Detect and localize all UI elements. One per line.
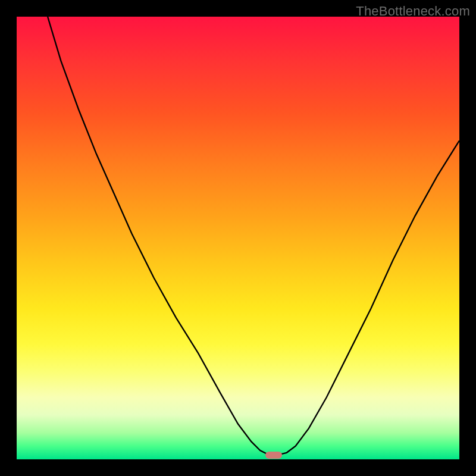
chart-frame: TheBottleneck.com [0, 0, 476, 476]
bottleneck-curve-path [48, 17, 459, 455]
minimum-marker [265, 452, 282, 459]
plot-area [17, 17, 459, 459]
curve-svg [17, 17, 459, 459]
